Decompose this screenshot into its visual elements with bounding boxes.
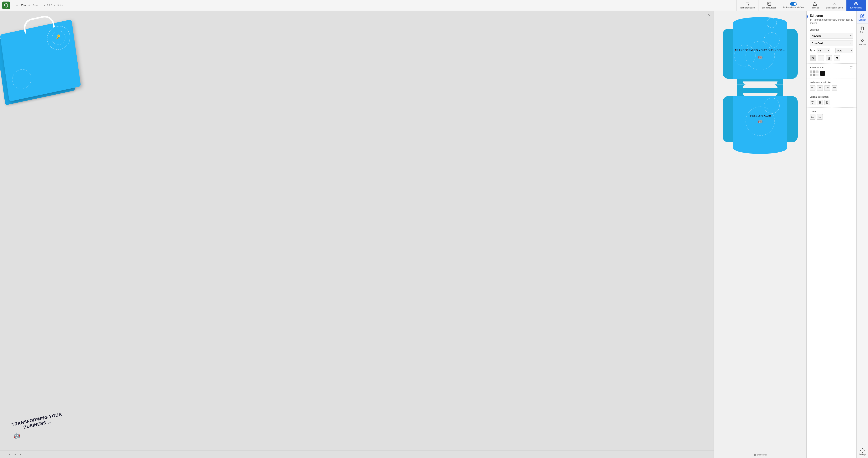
flat-bottom-flap	[733, 142, 787, 154]
flat-bottom-panel-dashed	[733, 96, 787, 142]
text-icon	[745, 2, 750, 6]
listen-section: Listen 1. 2.	[807, 108, 857, 122]
bag-key-icon: 🔑	[56, 34, 61, 40]
color-swatch-black[interactable]	[820, 71, 825, 76]
flat-view: TRANSFORMING YOUR BUSINESS ... 🤖	[714, 11, 806, 458]
list-ordered-icon: 1. 2. 3.	[818, 116, 822, 118]
canvas-zoom-out-button[interactable]: −	[13, 452, 17, 457]
svg-point-6	[856, 3, 857, 4]
list-ordered-button[interactable]: 1. 2. 3.	[817, 114, 823, 120]
svg-point-11	[764, 33, 779, 48]
valign-middle-button[interactable]	[817, 100, 823, 105]
zoom-minus-button[interactable]: −	[16, 3, 19, 7]
align-left-icon	[811, 87, 814, 89]
canvas-nav-last-button[interactable]: ›|	[8, 452, 12, 457]
flat-view-inner: TRANSFORMING YOUR BUSINESS ... 🤖	[723, 15, 798, 161]
image-add-label: Bild hinzufügen	[762, 6, 776, 9]
listen-label: Listen	[810, 110, 854, 113]
list-unordered-icon	[811, 116, 814, 118]
list-unordered-button[interactable]	[810, 114, 815, 120]
svg-point-54	[862, 39, 864, 40]
gear-icon	[860, 448, 865, 453]
text-add-button[interactable]: Text hinzufügen	[736, 0, 758, 11]
nav-edit-button[interactable]: Editieren	[857, 11, 868, 24]
flat-connector-top	[737, 79, 783, 85]
nav-shapes-button[interactable]: Formen	[857, 36, 868, 48]
right-edit-panel: Editieren Im Rahmen doppelklicken, um de…	[806, 11, 857, 458]
flat-left-flap-top	[723, 29, 733, 79]
back-to-shop-button[interactable]: zurück zum Shop	[823, 0, 846, 11]
zoom-plus-button[interactable]: +	[28, 3, 31, 7]
placeholder-toggle-button[interactable]: Bildplatzhalter ein/aus	[780, 0, 807, 11]
strikethrough-button[interactable]: S	[834, 55, 840, 61]
panel-header-wrapper: Editieren Im Rahmen doppelklicken, um de…	[807, 11, 857, 26]
preview-button[interactable]: zur Vorschau	[846, 0, 866, 11]
shapes-icon	[860, 38, 865, 43]
align-right-button[interactable]	[824, 85, 830, 91]
text-style-row: B I U S	[810, 55, 854, 61]
canvas-nav-next-button[interactable]: ›	[3, 452, 6, 457]
font-family-select-wrap: Newslab ▾	[810, 33, 854, 39]
listen-row: 1. 2. 3.	[810, 114, 854, 120]
valign-bottom-button[interactable]	[824, 100, 830, 105]
color-dot-3	[816, 70, 818, 73]
image-add-button[interactable]: Bild hinzufügen	[758, 0, 780, 11]
text-add-label: Text hinzufügen	[740, 6, 755, 9]
h-align-row	[810, 85, 854, 91]
farbe-section: Farbe ändern ⓘ	[807, 64, 857, 79]
align-center-button[interactable]	[817, 85, 823, 91]
canvas-area: ⤡ TRANSFORMING YOUR BUSINESS ... 🤖	[0, 11, 714, 458]
hints-button[interactable]: Hinweise	[807, 0, 823, 11]
zoom-group: − 25% + Zoom	[13, 0, 40, 10]
nav-settings-button[interactable]: Settings	[857, 446, 868, 458]
far-right-nav: Editieren Seiten Formen	[857, 11, 868, 458]
auto-select[interactable]: Auto	[835, 48, 854, 53]
valign-top-button[interactable]	[810, 100, 815, 105]
pages-icon	[860, 26, 865, 30]
svg-rect-16	[754, 454, 756, 456]
color-dot-5	[813, 73, 815, 76]
line-height-icon: I↕	[832, 49, 834, 52]
svg-point-14	[764, 98, 779, 114]
font-size-small-icon: A	[813, 49, 815, 52]
valign-middle-icon	[818, 101, 822, 104]
font-weight-select[interactable]: ExtraBold	[810, 40, 854, 46]
svg-rect-52	[861, 27, 863, 30]
valign-top-icon	[811, 101, 814, 104]
nav-shapes-label: Formen	[859, 43, 866, 45]
pages-next-button[interactable]: ›	[53, 3, 56, 7]
italic-button[interactable]: I	[818, 55, 824, 61]
align-justify-button[interactable]	[832, 85, 837, 91]
svg-rect-37	[827, 101, 828, 103]
nav-pages-button[interactable]: Seiten	[857, 24, 868, 36]
canvas-zoom-in-button[interactable]: +	[19, 452, 23, 457]
align-left-button[interactable]	[810, 85, 815, 91]
pages-group: ‹ 1 / 2 › Seiten	[40, 0, 66, 10]
main-content: ⤡ TRANSFORMING YOUR BUSINESS ... 🤖	[0, 11, 868, 458]
h-align-section: Horizontal ausrichten	[807, 79, 857, 93]
h-align-label: Horizontal ausrichten	[810, 81, 854, 84]
back-to-shop-label: zurück zum Shop	[827, 6, 843, 9]
expand-topleft-icon[interactable]: ⤡	[708, 13, 711, 17]
logo	[2, 2, 10, 9]
flat-bottom-robot: 🤖	[758, 120, 763, 125]
bag-text: TRANSFORMING YOUR BUSINESS ...	[11, 412, 63, 433]
color-dot-4	[810, 73, 812, 76]
bag-robot: 🤖	[13, 432, 21, 439]
farbe-info-icon[interactable]: ⓘ	[850, 66, 854, 69]
svg-point-43	[811, 117, 812, 118]
svg-rect-55	[862, 41, 864, 42]
align-justify-icon	[833, 87, 836, 89]
size-row: A A ▾ I↕ Auto ▾	[810, 48, 854, 53]
flat-right-flap-bottom	[787, 96, 798, 142]
flat-handle-area	[737, 85, 783, 90]
underline-button[interactable]: U	[826, 55, 832, 61]
align-right-icon	[826, 87, 829, 89]
bold-button[interactable]: B	[810, 55, 816, 61]
nav-settings-label: Settings	[859, 453, 866, 456]
flat-top-panel-row: TRANSFORMING YOUR BUSINESS ... 🤖	[723, 29, 798, 79]
font-family-select[interactable]: Newslab	[810, 33, 854, 39]
schriftart-section: Schriftart Newslab ▾ ExtraBold ▾ A A ▾	[807, 26, 857, 64]
pages-prev-button[interactable]: ‹	[43, 3, 46, 7]
panel-subtitle: Im Rahmen doppelklicken, um den Text zu …	[810, 18, 854, 25]
